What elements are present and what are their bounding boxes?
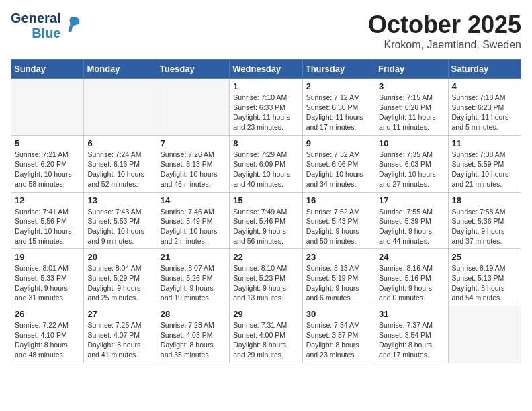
calendar-cell (157, 79, 229, 136)
calendar-week-4: 19Sunrise: 8:01 AMSunset: 5:33 PMDayligh… (11, 249, 521, 306)
calendar-cell: 15Sunrise: 7:49 AMSunset: 5:46 PMDayligh… (230, 192, 302, 249)
day-info: Sunrise: 8:13 AMSunset: 5:19 PMDaylight:… (306, 263, 371, 303)
logo: General Blue (11, 11, 83, 40)
day-info: Sunrise: 8:07 AMSunset: 5:26 PMDaylight:… (161, 263, 226, 303)
day-number: 12 (15, 195, 80, 205)
day-number: 4 (452, 81, 517, 91)
day-info: Sunrise: 7:12 AMSunset: 6:30 PMDaylight:… (306, 93, 371, 132)
day-number: 19 (15, 252, 80, 262)
calendar-cell: 8Sunrise: 7:29 AMSunset: 6:09 PMDaylight… (230, 135, 302, 192)
calendar-cell: 16Sunrise: 7:52 AMSunset: 5:43 PMDayligh… (302, 192, 375, 249)
calendar-cell: 10Sunrise: 7:35 AMSunset: 6:03 PMDayligh… (375, 135, 448, 192)
day-number: 20 (87, 252, 152, 262)
day-number: 5 (15, 138, 80, 148)
calendar-cell: 26Sunrise: 7:22 AMSunset: 4:10 PMDayligh… (11, 306, 84, 363)
calendar-cell: 28Sunrise: 7:28 AMSunset: 4:03 PMDayligh… (157, 306, 229, 363)
calendar-cell: 29Sunrise: 7:31 AMSunset: 4:00 PMDayligh… (230, 306, 302, 363)
day-number: 16 (306, 195, 371, 205)
calendar-cell: 21Sunrise: 8:07 AMSunset: 5:26 PMDayligh… (157, 249, 229, 306)
calendar-cell: 24Sunrise: 8:16 AMSunset: 5:16 PMDayligh… (375, 249, 448, 306)
day-info: Sunrise: 8:16 AMSunset: 5:16 PMDaylight:… (379, 263, 444, 303)
logo-general: General (11, 11, 60, 26)
calendar-cell: 13Sunrise: 7:43 AMSunset: 5:53 PMDayligh… (84, 192, 157, 249)
day-number: 9 (306, 138, 371, 148)
day-header-monday: Monday (84, 60, 157, 79)
day-info: Sunrise: 7:43 AMSunset: 5:53 PMDaylight:… (87, 207, 152, 246)
day-info: Sunrise: 7:21 AMSunset: 6:20 PMDaylight:… (15, 150, 80, 189)
day-number: 30 (306, 309, 371, 319)
calendar-cell (11, 79, 84, 136)
calendar-cell: 12Sunrise: 7:41 AMSunset: 5:56 PMDayligh… (11, 192, 84, 249)
day-number: 22 (233, 252, 298, 262)
calendar-cell: 18Sunrise: 7:58 AMSunset: 5:36 PMDayligh… (448, 192, 521, 249)
day-number: 21 (161, 252, 226, 262)
logo-blue: Blue (32, 26, 60, 40)
day-info: Sunrise: 7:49 AMSunset: 5:46 PMDaylight:… (233, 207, 298, 246)
logo-bird-icon (64, 15, 83, 36)
calendar-cell: 27Sunrise: 7:25 AMSunset: 4:07 PMDayligh… (84, 306, 157, 363)
calendar-cell: 23Sunrise: 8:13 AMSunset: 5:19 PMDayligh… (302, 249, 375, 306)
calendar-cell: 3Sunrise: 7:15 AMSunset: 6:26 PMDaylight… (375, 79, 448, 136)
location-subtitle: Krokom, Jaemtland, Sweden (368, 39, 521, 51)
day-number: 1 (233, 81, 298, 91)
calendar-cell: 25Sunrise: 8:19 AMSunset: 5:13 PMDayligh… (448, 249, 521, 306)
calendar-cell: 11Sunrise: 7:38 AMSunset: 5:59 PMDayligh… (448, 135, 521, 192)
day-number: 13 (87, 195, 152, 205)
day-info: Sunrise: 7:52 AMSunset: 5:43 PMDaylight:… (306, 207, 371, 246)
calendar-week-5: 26Sunrise: 7:22 AMSunset: 4:10 PMDayligh… (11, 306, 521, 363)
day-info: Sunrise: 8:01 AMSunset: 5:33 PMDaylight:… (15, 263, 80, 303)
calendar-cell: 14Sunrise: 7:46 AMSunset: 5:49 PMDayligh… (157, 192, 229, 249)
day-info: Sunrise: 7:28 AMSunset: 4:03 PMDaylight:… (161, 320, 226, 360)
day-info: Sunrise: 7:18 AMSunset: 6:23 PMDaylight:… (452, 93, 517, 132)
day-number: 29 (233, 309, 298, 319)
day-info: Sunrise: 7:37 AMSunset: 3:54 PMDaylight:… (379, 320, 444, 360)
calendar-week-1: 1Sunrise: 7:10 AMSunset: 6:33 PMDaylight… (11, 79, 521, 136)
day-header-tuesday: Tuesday (157, 60, 229, 79)
day-number: 8 (233, 138, 298, 148)
day-header-sunday: Sunday (11, 60, 84, 79)
day-number: 24 (379, 252, 444, 262)
day-header-saturday: Saturday (448, 60, 521, 79)
day-info: Sunrise: 7:41 AMSunset: 5:56 PMDaylight:… (15, 207, 80, 246)
day-info: Sunrise: 7:58 AMSunset: 5:36 PMDaylight:… (452, 207, 517, 246)
day-header-thursday: Thursday (302, 60, 375, 79)
calendar-header-row: SundayMondayTuesdayWednesdayThursdayFrid… (11, 60, 521, 79)
day-number: 17 (379, 195, 444, 205)
month-title: October 2025 (368, 11, 521, 39)
day-number: 31 (379, 309, 444, 319)
calendar-cell: 7Sunrise: 7:26 AMSunset: 6:13 PMDaylight… (157, 135, 229, 192)
calendar-cell: 5Sunrise: 7:21 AMSunset: 6:20 PMDaylight… (11, 135, 84, 192)
day-number: 3 (379, 81, 444, 91)
calendar-cell: 19Sunrise: 8:01 AMSunset: 5:33 PMDayligh… (11, 249, 84, 306)
day-number: 18 (452, 195, 517, 205)
day-number: 10 (379, 138, 444, 148)
day-info: Sunrise: 8:19 AMSunset: 5:13 PMDaylight:… (452, 263, 517, 303)
day-info: Sunrise: 7:10 AMSunset: 6:33 PMDaylight:… (233, 93, 298, 132)
calendar-cell: 20Sunrise: 8:04 AMSunset: 5:29 PMDayligh… (84, 249, 157, 306)
day-number: 26 (15, 309, 80, 319)
day-header-wednesday: Wednesday (230, 60, 302, 79)
calendar-week-2: 5Sunrise: 7:21 AMSunset: 6:20 PMDaylight… (11, 135, 521, 192)
day-info: Sunrise: 7:31 AMSunset: 4:00 PMDaylight:… (233, 320, 298, 360)
day-info: Sunrise: 7:24 AMSunset: 6:16 PMDaylight:… (87, 150, 152, 189)
calendar-cell: 6Sunrise: 7:24 AMSunset: 6:16 PMDaylight… (84, 135, 157, 192)
calendar-table: SundayMondayTuesdayWednesdayThursdayFrid… (11, 59, 521, 363)
calendar-cell: 2Sunrise: 7:12 AMSunset: 6:30 PMDaylight… (302, 79, 375, 136)
day-info: Sunrise: 7:46 AMSunset: 5:49 PMDaylight:… (161, 207, 226, 246)
day-info: Sunrise: 7:22 AMSunset: 4:10 PMDaylight:… (15, 320, 80, 360)
day-info: Sunrise: 8:04 AMSunset: 5:29 PMDaylight:… (87, 263, 152, 303)
day-number: 2 (306, 81, 371, 91)
calendar-cell: 17Sunrise: 7:55 AMSunset: 5:39 PMDayligh… (375, 192, 448, 249)
title-block: October 2025 Krokom, Jaemtland, Sweden (368, 11, 521, 51)
day-info: Sunrise: 7:35 AMSunset: 6:03 PMDaylight:… (379, 150, 444, 189)
calendar-cell: 22Sunrise: 8:10 AMSunset: 5:23 PMDayligh… (230, 249, 302, 306)
day-info: Sunrise: 7:55 AMSunset: 5:39 PMDaylight:… (379, 207, 444, 246)
day-number: 14 (161, 195, 226, 205)
day-header-friday: Friday (375, 60, 448, 79)
page-header: General Blue October 2025 Krokom, Jaemtl… (11, 11, 521, 51)
day-info: Sunrise: 7:32 AMSunset: 6:06 PMDaylight:… (306, 150, 371, 189)
day-info: Sunrise: 7:25 AMSunset: 4:07 PMDaylight:… (87, 320, 152, 360)
day-info: Sunrise: 7:29 AMSunset: 6:09 PMDaylight:… (233, 150, 298, 189)
day-info: Sunrise: 7:38 AMSunset: 5:59 PMDaylight:… (452, 150, 517, 189)
calendar-cell: 4Sunrise: 7:18 AMSunset: 6:23 PMDaylight… (448, 79, 521, 136)
